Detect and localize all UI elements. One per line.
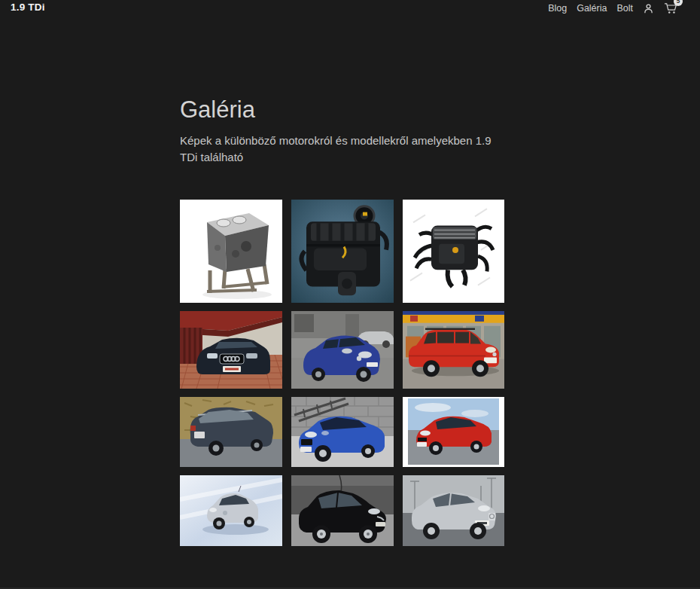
gallery-item-audi-a6-front[interactable] (180, 311, 282, 389)
gallery-item-skoda-fabia[interactable] (291, 475, 394, 546)
skoda-fabia-image (291, 475, 394, 546)
page-description: Képek a különböző motorokról és modellek… (180, 133, 498, 166)
vw-polo-image (180, 475, 282, 546)
gallery-item-vw-polo[interactable] (180, 475, 282, 546)
gallery-item-skoda-octavia[interactable] (291, 397, 394, 467)
cart-badge: 5 (674, 0, 683, 6)
engine-white-image (403, 200, 504, 303)
vw-passat-image (403, 475, 504, 546)
nav-link-bolt[interactable]: Bolt (616, 3, 633, 14)
gallery-item-vw-bora[interactable] (291, 311, 394, 389)
nav-link-blog[interactable]: Blog (548, 3, 567, 14)
gallery-item-golf-variant[interactable] (403, 311, 504, 389)
engine-block-image (180, 200, 282, 303)
user-icon (643, 3, 654, 14)
engine-assembled-image (291, 200, 394, 303)
golf-variant-image (403, 311, 504, 389)
nav-link-galeria[interactable]: Galéria (577, 3, 607, 14)
gallery-item-engine-white[interactable] (403, 200, 504, 303)
site-logo[interactable]: 1.9 TDi (11, 2, 45, 13)
header: 1.9 TDi Blog Galéria Bolt 5 (0, 0, 700, 20)
gallery-item-audi-avant[interactable] (180, 397, 282, 467)
main-nav: Blog Galéria Bolt 5 (548, 2, 677, 14)
vw-vento-image (403, 397, 504, 467)
audi-avant-image (180, 397, 282, 467)
gallery-item-engine-block[interactable] (180, 200, 282, 303)
user-account-button[interactable] (643, 3, 654, 14)
gallery-item-vw-vento[interactable] (403, 397, 504, 467)
cart-button[interactable]: 5 (664, 2, 677, 14)
vw-bora-image (291, 311, 394, 389)
gallery-item-vw-passat[interactable] (403, 475, 504, 546)
page-title: Galéria (180, 96, 255, 124)
gallery-grid (180, 200, 504, 546)
audi-a6-image (180, 311, 282, 389)
gallery-item-engine-assembled[interactable] (291, 200, 394, 303)
skoda-octavia-image (291, 397, 394, 467)
